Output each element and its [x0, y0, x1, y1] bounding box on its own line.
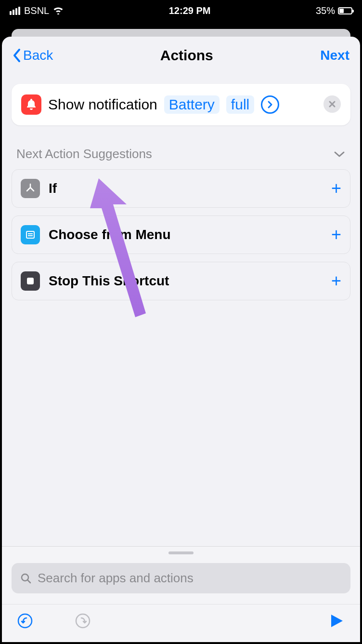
undo-icon	[17, 613, 33, 629]
chevron-right-icon	[267, 100, 273, 109]
notification-icon	[21, 94, 41, 115]
suggestion-label: Choose from Menu	[49, 227, 323, 242]
back-button[interactable]: Back	[13, 48, 53, 63]
drag-handle[interactable]	[168, 551, 194, 554]
svg-point-8	[18, 614, 32, 628]
action-card[interactable]: Show notification Battery full	[12, 84, 350, 125]
redo-button[interactable]	[73, 611, 92, 631]
action-param-1[interactable]: Battery	[164, 95, 220, 114]
menu-icon	[21, 225, 40, 244]
action-param-2[interactable]: full	[226, 95, 254, 114]
svg-rect-2	[26, 231, 34, 238]
signal-icon	[10, 7, 20, 15]
next-button[interactable]: Next	[320, 48, 349, 63]
bottom-panel: Search for apps and actions	[2, 546, 360, 642]
search-icon	[20, 573, 32, 584]
wifi-icon	[53, 7, 64, 14]
redo-icon	[75, 613, 91, 629]
search-input[interactable]: Search for apps and actions	[12, 563, 350, 593]
battery-icon	[338, 7, 352, 14]
svg-line-7	[27, 580, 30, 583]
play-icon	[330, 614, 344, 628]
add-icon: +	[331, 225, 341, 245]
toolbar	[2, 604, 360, 642]
undo-button[interactable]	[15, 611, 35, 631]
add-icon: +	[331, 178, 341, 199]
suggestion-label: If	[49, 181, 323, 196]
branch-icon	[21, 179, 40, 198]
time-label: 12:29 PM	[169, 5, 211, 16]
page-title: Actions	[160, 47, 213, 64]
nav-bar: Back Actions Next	[2, 37, 360, 70]
close-icon	[328, 100, 336, 108]
status-right: 35%	[316, 5, 352, 16]
run-button[interactable]	[327, 611, 347, 631]
status-bar: BSNL 12:29 PM 35%	[0, 0, 362, 21]
action-label: Show notification	[48, 96, 157, 113]
suggestion-label: Stop This Shortcut	[49, 273, 323, 289]
suggestion-stop-shortcut[interactable]: Stop This Shortcut +	[12, 262, 350, 300]
svg-point-9	[76, 614, 90, 628]
add-icon: +	[331, 271, 341, 291]
chevron-left-icon	[13, 48, 21, 63]
carrier-label: BSNL	[24, 5, 49, 16]
svg-marker-10	[331, 615, 343, 627]
expand-action-button[interactable]	[261, 95, 279, 114]
search-placeholder: Search for apps and actions	[38, 571, 194, 586]
suggestions-header[interactable]: Next Action Suggestions	[12, 125, 350, 169]
suggestion-choose-menu[interactable]: Choose from Menu +	[12, 215, 350, 254]
stop-icon	[21, 271, 40, 291]
back-label: Back	[23, 48, 53, 63]
chevron-down-icon	[333, 150, 346, 158]
battery-pct: 35%	[316, 5, 335, 16]
modal-sheet: Back Actions Next Show notification Batt…	[2, 37, 360, 642]
status-left: BSNL	[10, 5, 64, 16]
suggestion-if[interactable]: If +	[12, 169, 350, 208]
remove-action-button[interactable]	[323, 95, 341, 113]
svg-rect-5	[27, 278, 34, 284]
action-row: Show notification Battery full	[21, 94, 341, 115]
suggestions-title: Next Action Suggestions	[16, 147, 152, 161]
